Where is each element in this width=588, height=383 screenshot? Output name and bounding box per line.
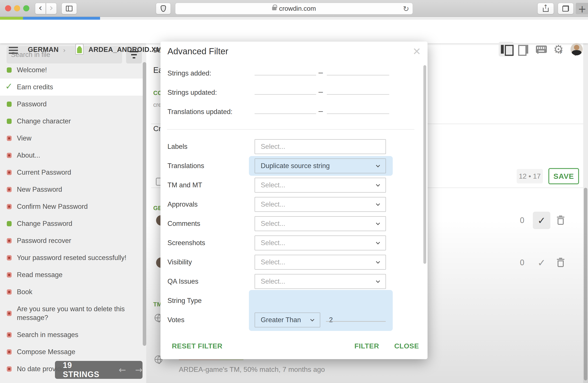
vote-count: 0 [518, 258, 526, 267]
range-dash: – [318, 68, 323, 77]
prev-string-button[interactable]: ← [119, 365, 126, 375]
date-to-input[interactable] [327, 68, 389, 76]
sidebar-item-label: Compose Message [17, 347, 135, 356]
votes-operator-dropdown[interactable]: Greater Than [255, 313, 320, 327]
sidebar-item[interactable]: Book [0, 283, 143, 301]
browser-forward-button[interactable]: › [46, 3, 57, 14]
dialog-title: Advanced Filter [168, 46, 228, 56]
sidebar-item-label: View [17, 134, 135, 143]
date-from-input[interactable] [255, 68, 316, 76]
date-from-input[interactable] [255, 87, 316, 95]
sidebar-item[interactable]: Compose Message [0, 343, 143, 361]
date-from-input[interactable] [255, 106, 316, 114]
sidebar-scrollbar[interactable] [143, 62, 146, 346]
date-to-input[interactable] [327, 106, 389, 114]
tab-overview-button[interactable] [558, 3, 574, 14]
range-dash: – [318, 106, 323, 116]
browser-back-button[interactable]: ‹ [35, 3, 46, 14]
sidebar-item[interactable]: Read message [0, 266, 143, 283]
close-button[interactable]: CLOSE [394, 342, 419, 350]
breadcrumb-project[interactable]: GERMAN [28, 46, 59, 54]
browser-sidebar-toggle-button[interactable] [62, 3, 77, 14]
browser-toolbar: ‹ › crowdin.com ↻ ↑ + [0, 0, 588, 17]
sidebar-item[interactable]: Change Password [0, 215, 143, 232]
translation-progress-bar [0, 17, 588, 20]
untranslated-status-icon [7, 153, 12, 158]
comfortable-mode-button[interactable] [517, 42, 530, 57]
filter-dropdown[interactable]: Select... [255, 274, 386, 289]
untranslated-status-icon [7, 204, 12, 209]
filter-dropdown[interactable]: Select... [255, 236, 386, 250]
file-name[interactable]: ARDEA_ANDROID.XML [88, 46, 166, 54]
sidebar-item[interactable]: Change character [0, 113, 143, 130]
votes-value-input[interactable] [326, 314, 386, 322]
minimize-window-button[interactable] [14, 5, 20, 11]
sidebar-toggle-icon [66, 6, 72, 11]
strings-count-label: 19 STRINGS [63, 361, 109, 379]
lock-icon [272, 7, 276, 10]
sidebar-item-label: New Password [17, 185, 135, 194]
dialog-scrollbar[interactable] [423, 65, 426, 264]
sidebar-item-label: Current Password [17, 168, 135, 177]
sidebar-item[interactable]: Confirm New Password [0, 198, 143, 215]
keyboard-shortcuts-button[interactable] [535, 42, 548, 57]
new-tab-button[interactable]: + [578, 3, 587, 15]
date-to-input[interactable] [327, 87, 389, 95]
back-icon: ‹ [39, 2, 42, 13]
filter-dropdown[interactable]: Duplicate source string [255, 159, 386, 173]
sidebar-item[interactable]: Search in messages [0, 326, 143, 343]
next-string-button[interactable]: → [135, 365, 143, 375]
filter-dropdown[interactable]: Select... [255, 178, 386, 193]
sidebar-item[interactable]: Welcome! [0, 61, 143, 79]
labels-select-input[interactable]: Select... [255, 139, 386, 154]
sidebar-item-label: Confirm New Password [17, 202, 135, 211]
untranslated-status-icon [7, 255, 12, 261]
sidebar-item[interactable]: New Password [0, 181, 143, 198]
close-icon[interactable]: ✕ [412, 45, 421, 57]
approve-suggestion-button[interactable]: ✓ [533, 212, 550, 229]
translated-status-icon [7, 101, 12, 107]
strings-sidebar: Search in file Welcome!✓Earn creditsPass… [0, 43, 146, 383]
privacy-shield-button[interactable] [156, 3, 171, 14]
settings-button[interactable]: ⚙ [552, 42, 565, 57]
window-scrollbar[interactable] [583, 43, 588, 383]
filter-row-label: Approvals [168, 201, 198, 208]
translated-status-icon [7, 119, 12, 124]
close-window-button[interactable] [5, 5, 11, 11]
sidebar-item[interactable]: Your password reseted successfully! [0, 249, 143, 266]
sidebar-item[interactable]: ✓Earn credits [0, 79, 143, 96]
delete-suggestion-button[interactable] [557, 258, 564, 267]
sidebar-item[interactable]: Are you sure you want to delete this mes… [0, 301, 143, 326]
menu-button[interactable] [9, 47, 18, 54]
untranslated-status-icon [7, 289, 12, 295]
filter-dropdown[interactable]: Select... [255, 255, 386, 270]
sidebar-item[interactable]: About... [0, 147, 143, 164]
advanced-filter-dialog: Advanced Filter ✕ Strings added:–Strings… [160, 41, 428, 359]
maximize-window-button[interactable] [23, 5, 29, 11]
filter-row-label: String Type [168, 297, 202, 305]
filter-dropdown[interactable]: Select... [255, 216, 386, 231]
save-button[interactable]: SAVE [548, 168, 579, 184]
reload-icon[interactable]: ↻ [403, 4, 409, 13]
chevron-down-icon [310, 317, 314, 321]
sidebar-item[interactable]: Password [0, 96, 143, 113]
untranslated-status-icon [7, 311, 12, 316]
share-button[interactable]: ↑ [537, 3, 554, 14]
sidebar-item[interactable]: Current Password [0, 164, 143, 181]
suggestion-actions-row: 0✓ [518, 254, 580, 271]
sidebar-item[interactable]: View [0, 130, 143, 147]
sidebar-item-label: Password [17, 100, 135, 109]
suggestion-actions-row: 0✓ [518, 212, 580, 229]
apply-filter-button[interactable]: FILTER [355, 342, 379, 350]
address-bar[interactable]: crowdin.com ↻ [175, 3, 413, 14]
approve-suggestion-button[interactable]: ✓ [533, 254, 550, 271]
range-dash: – [318, 87, 323, 96]
user-avatar[interactable] [570, 43, 583, 55]
filter-dropdown[interactable]: Select... [255, 197, 386, 212]
sidebar-item-label: Read message [17, 270, 135, 279]
side-by-side-mode-button[interactable] [499, 42, 514, 57]
untranslated-status-icon [7, 187, 12, 192]
sidebar-item[interactable]: Password recover [0, 232, 143, 249]
delete-suggestion-button[interactable] [557, 216, 564, 225]
reset-filter-button[interactable]: RESET FILTER [172, 342, 222, 350]
